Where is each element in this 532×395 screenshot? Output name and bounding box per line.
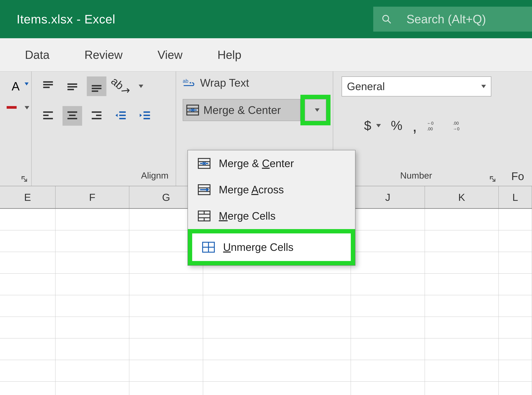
svg-text:.00: .00 — [427, 126, 433, 131]
menu-item-merge-across[interactable]: Merge Across — [188, 176, 355, 203]
group-label-alignment: Alignm — [38, 170, 169, 182]
dialog-launcher-icon[interactable] — [20, 175, 28, 182]
merge-center-dropdown[interactable] — [305, 99, 326, 121]
align-right-button[interactable] — [87, 106, 106, 126]
orientation-button[interactable]: ab↗ — [111, 77, 131, 96]
increase-decimal-button[interactable]: ←0.00 — [427, 120, 443, 131]
unmerge-cells-icon — [202, 242, 215, 253]
svg-text:→0: →0 — [453, 126, 460, 131]
search-icon — [382, 14, 391, 24]
column-header-L[interactable]: L — [499, 186, 532, 208]
number-icon-row: $ % , ←0.00 .00→0 — [364, 118, 469, 133]
dialog-launcher-icon[interactable] — [489, 175, 496, 182]
search-box[interactable]: Search (Alt+Q) — [373, 7, 532, 32]
ribbon-group-conditional: Fo — [499, 71, 532, 186]
tab-help[interactable]: Help — [217, 48, 241, 61]
tab-review[interactable]: Review — [84, 48, 123, 61]
group-label-number: Number — [340, 170, 493, 182]
accounting-format-button[interactable]: $ — [364, 118, 371, 133]
wrap-text-icon: ab — [183, 77, 196, 88]
comma-format-button[interactable]: , — [412, 122, 417, 129]
decrease-indent-button[interactable] — [111, 106, 131, 126]
search-placeholder: Search (Alt+Q) — [406, 12, 486, 26]
document-title: Items.xlsx - Excel — [17, 12, 115, 26]
column-header-E[interactable]: E — [0, 186, 55, 208]
menu-item-label: Unmerge Cells — [223, 241, 293, 253]
increase-indent-button[interactable] — [135, 106, 155, 126]
svg-text:.00: .00 — [453, 121, 459, 126]
menu-item-label: Merge & Center — [219, 157, 294, 170]
column-header-J[interactable]: J — [351, 186, 425, 208]
menu-item-label: Merge Cells — [219, 210, 275, 222]
menu-item-label: Merge Across — [219, 184, 284, 196]
conditional-format-label[interactable]: Fo — [511, 170, 525, 182]
align-middle-button[interactable] — [62, 77, 82, 96]
orientation-icon: ab↗ — [109, 74, 133, 98]
menu-item-merge-cells[interactable]: Merge Cells — [188, 203, 355, 229]
ribbon-group-font: A — [0, 71, 32, 186]
align-top-button[interactable] — [38, 77, 58, 96]
font-color-swatch — [7, 106, 17, 109]
number-format-value: General — [347, 80, 385, 93]
svg-text:←0: ←0 — [427, 121, 433, 126]
merge-center-icon — [186, 104, 199, 115]
tab-view[interactable]: View — [157, 48, 182, 61]
align-center-button[interactable] — [62, 106, 82, 126]
svg-text:ab: ab — [183, 78, 188, 84]
chevron-down-icon[interactable] — [25, 106, 29, 109]
merge-center-label: Merge & Center — [203, 104, 281, 116]
align-left-button[interactable] — [38, 106, 58, 126]
merge-dropdown-menu: Merge & Center Merge Across Merge Cells … — [187, 150, 356, 266]
font-a-icon: A — [12, 79, 20, 93]
merge-center-button[interactable]: Merge & Center — [183, 99, 300, 121]
wrap-text-label[interactable]: Wrap Text — [200, 77, 249, 89]
decrease-decimal-button[interactable]: .00→0 — [453, 120, 469, 131]
ribbon-tabs: Data Review View Help — [0, 38, 532, 71]
title-bar: Items.xlsx - Excel Search (Alt+Q) — [0, 0, 532, 38]
font-size-button[interactable]: A — [7, 77, 25, 96]
menu-item-unmerge-cells[interactable]: Unmerge Cells — [188, 229, 355, 265]
ribbon-group-alignment: ab↗ Ali — [32, 71, 176, 186]
tab-data[interactable]: Data — [25, 48, 49, 61]
chevron-down-icon[interactable] — [139, 85, 143, 88]
percent-format-button[interactable]: % — [391, 118, 402, 133]
ribbon-group-number: General $ % , ←0.00 .00→0 Number — [333, 71, 499, 186]
align-bottom-button[interactable] — [87, 77, 106, 96]
menu-item-merge-center[interactable]: Merge & Center — [188, 150, 355, 176]
chevron-down-icon — [315, 108, 319, 112]
svg-line-1 — [388, 21, 391, 23]
merge-across-icon — [198, 184, 210, 195]
column-header-F[interactable]: F — [55, 186, 129, 208]
chevron-down-icon[interactable] — [376, 124, 381, 127]
merge-cells-icon — [198, 210, 210, 221]
column-header-K[interactable]: K — [425, 186, 499, 208]
merge-center-icon — [198, 158, 210, 169]
svg-point-0 — [383, 16, 389, 21]
chevron-down-icon — [481, 85, 486, 88]
number-format-select[interactable]: General — [342, 77, 491, 96]
